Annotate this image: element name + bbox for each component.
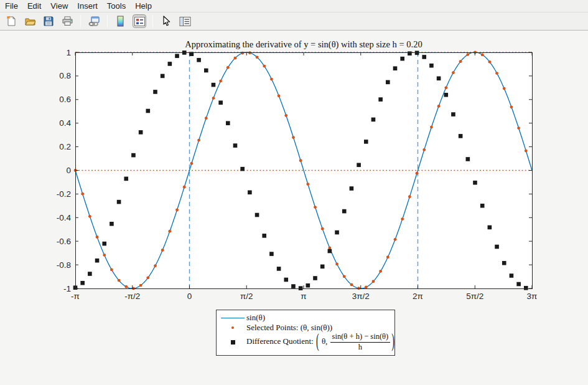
selected-point-marker: [118, 279, 121, 282]
difference-quotient-marker: [408, 51, 412, 55]
legend-icon: [134, 17, 145, 26]
difference-quotient-marker: [524, 286, 528, 290]
difference-quotient-marker: [328, 249, 332, 254]
difference-quotient-marker: [429, 64, 434, 68]
difference-quotient-marker: [255, 213, 259, 217]
y-tick-label: 1: [66, 48, 71, 57]
legend-box[interactable]: sin(θ) Selected Points: (θ, sin(θ)) Diff…: [216, 310, 395, 356]
menu-help[interactable]: Help: [135, 1, 152, 11]
selected-point-marker: [430, 126, 433, 129]
selected-point-marker: [517, 126, 520, 130]
menu-tools[interactable]: Tools: [107, 1, 126, 11]
open-paren: (: [316, 331, 319, 353]
selected-point-marker: [372, 280, 375, 283]
insert-colorbar-button[interactable]: [114, 14, 128, 28]
open-file-button[interactable]: [23, 14, 37, 28]
difference-quotient-marker: [488, 226, 492, 230]
selected-point-marker: [459, 60, 462, 63]
difference-quotient-marker: [516, 282, 521, 287]
y-tick-label: 0.6: [59, 95, 71, 104]
selected-point-marker: [226, 66, 230, 69]
y-tick-label: 0.2: [59, 142, 71, 151]
selected-point-marker: [452, 71, 455, 74]
difference-quotient-marker: [357, 163, 361, 168]
selected-point-marker: [306, 183, 309, 186]
selected-point-marker: [197, 139, 200, 142]
difference-quotient-marker: [291, 284, 296, 288]
selected-point-marker: [466, 53, 469, 56]
menu-insert[interactable]: Insert: [77, 1, 98, 11]
edit-plot-button[interactable]: [159, 14, 173, 28]
colorbar-icon: [116, 16, 125, 27]
print-figure-button[interactable]: [60, 14, 74, 28]
x-tick-label: -π/2: [124, 292, 140, 301]
difference-quotient-marker: [422, 55, 426, 59]
difference-quotient-marker: [364, 140, 368, 144]
y-tick-label: -0.4: [57, 213, 72, 222]
difference-quotient-marker: [168, 62, 172, 66]
selected-point-marker: [510, 105, 513, 108]
selected-point-marker: [96, 235, 99, 239]
difference-quotient-marker: [110, 222, 114, 226]
toolbar: [0, 12, 588, 31]
selected-point-marker: [422, 148, 426, 151]
selected-point-marker: [292, 136, 295, 139]
difference-quotient-marker: [175, 54, 179, 59]
selected-point-marker: [175, 209, 179, 212]
selected-point-marker: [110, 269, 113, 272]
difference-quotient-marker: [80, 281, 85, 285]
difference-quotient-marker: [284, 278, 288, 282]
toolbar-separator: [152, 15, 153, 27]
legend-item-difference-quotient: Difference Quotient: ( θ, sin(θ + h) − s…: [219, 333, 390, 352]
chart-title: Approximating the derivative of y = sin(…: [185, 39, 422, 50]
selected-point-marker: [284, 114, 287, 117]
selected-point-marker: [154, 264, 157, 267]
y-tick-label: -0.8: [57, 260, 71, 270]
difference-quotient-marker: [371, 118, 376, 122]
menu-view[interactable]: View: [50, 1, 68, 11]
selected-point-marker: [256, 55, 259, 59]
difference-quotient-marker: [204, 69, 208, 73]
link-plot-button[interactable]: [87, 14, 101, 28]
difference-quotient-marker: [269, 252, 274, 256]
link-icon: [88, 16, 100, 27]
insert-legend-button[interactable]: [133, 14, 146, 28]
difference-quotient-marker: [226, 121, 230, 125]
open-plot-browser-button[interactable]: [178, 14, 192, 28]
figure-window: File Edit View Insert Tools Help: [0, 0, 588, 385]
selected-point-marker: [212, 97, 215, 100]
x-tick-label: π: [301, 292, 306, 301]
selected-point-marker: [278, 94, 281, 97]
save-figure-button[interactable]: [42, 14, 55, 28]
difference-quotient-marker: [350, 186, 354, 191]
legend-label: Selected Points: (θ, sin(θ)): [246, 323, 332, 333]
difference-quotient-marker: [262, 234, 266, 238]
selected-point-marker: [525, 150, 528, 153]
menu-edit[interactable]: Edit: [27, 1, 41, 11]
selected-point-marker: [335, 263, 338, 266]
difference-quotient-marker: [510, 273, 514, 278]
plot-browser-icon: [179, 16, 191, 27]
difference-quotient-marker: [415, 51, 419, 55]
difference-quotient-marker: [153, 90, 157, 94]
close-paren: ): [391, 331, 394, 353]
plot-area: -π-π/20π/2π3π/22π5π/23π-1-0.8-0.6-0.4-0.…: [0, 31, 588, 307]
x-tick-label: 0: [187, 292, 192, 301]
new-figure-button[interactable]: [4, 14, 18, 28]
figure-canvas: -π-π/20π/2π3π/22π5π/23π-1-0.8-0.6-0.4-0.…: [0, 31, 588, 385]
difference-quotient-marker: [248, 190, 252, 194]
menubar: File Edit View Insert Tools Help: [0, 0, 588, 12]
selected-point-marker: [394, 238, 397, 241]
fraction: sin(θ + h) − sin(θ)h: [330, 333, 391, 352]
printer-icon: [62, 16, 73, 27]
selected-point-marker: [328, 247, 331, 250]
difference-quotient-marker: [473, 181, 477, 185]
difference-quotient-marker: [218, 100, 223, 105]
selected-point-marker: [168, 230, 171, 233]
menu-file[interactable]: File: [5, 1, 18, 11]
selected-point-marker: [139, 284, 142, 287]
cursor-arrow-icon: [161, 16, 171, 27]
x-tick-label: π/2: [240, 292, 253, 301]
selected-point-marker: [495, 72, 498, 75]
legend-square-sample: [219, 340, 246, 345]
